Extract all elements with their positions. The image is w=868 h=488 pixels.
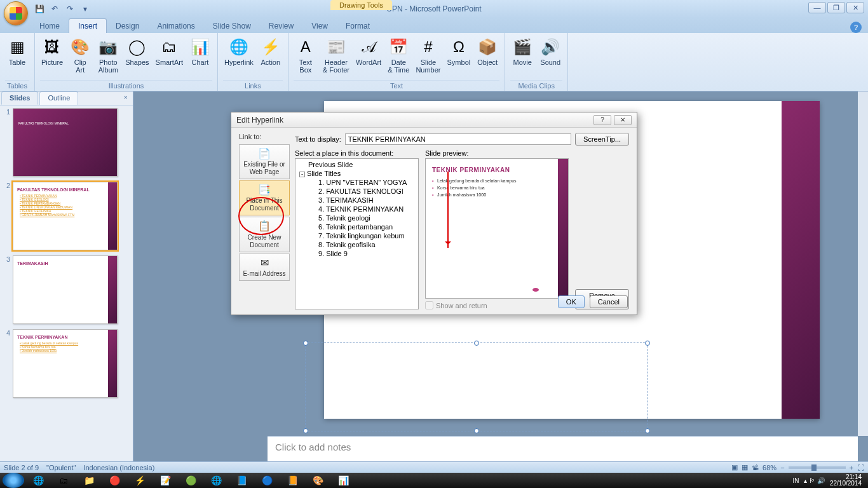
taskbar-app[interactable]: 📙 bbox=[280, 473, 305, 487]
show-return-input[interactable] bbox=[425, 301, 433, 309]
ok-button[interactable]: OK bbox=[558, 295, 585, 308]
tree-item[interactable]: Previous Slide bbox=[297, 160, 417, 169]
fit-window-icon[interactable]: ⛶ bbox=[857, 464, 864, 471]
qat-button[interactable]: ↶ bbox=[48, 3, 61, 15]
zoom-out-icon[interactable]: − bbox=[780, 464, 784, 471]
tree-item[interactable]: 7. Teknik lingkungan kebum bbox=[297, 231, 417, 240]
panel-tab-slides[interactable]: Slides bbox=[1, 92, 38, 105]
panel-close-icon[interactable]: × bbox=[119, 92, 133, 105]
dialog-titlebar[interactable]: Edit Hyperlink ? ✕ bbox=[231, 112, 637, 128]
taskbar-app[interactable]: 🔵 bbox=[254, 473, 280, 487]
tray-icons[interactable]: ▴ 🏳 🔊 bbox=[804, 477, 825, 484]
table-button[interactable]: ▦Table bbox=[5, 36, 29, 67]
tree-item[interactable]: 5. Teknik geologi bbox=[297, 214, 417, 222]
photo-button[interactable]: 📷Photo Album bbox=[96, 36, 120, 75]
taskbar-app[interactable]: 📘 bbox=[229, 473, 254, 487]
minimize-button[interactable]: — bbox=[808, 2, 826, 13]
taskbar-app[interactable]: 🌐 bbox=[25, 473, 51, 487]
tab-animations[interactable]: Animations bbox=[148, 19, 203, 33]
linkto-place-in-this-document[interactable]: 📑Place in This Document bbox=[239, 180, 290, 215]
qat-button[interactable]: ▾ bbox=[79, 3, 92, 15]
tab-design[interactable]: Design bbox=[107, 19, 148, 33]
tree-item[interactable]: 4. TEKNIK PERMINYAKAN bbox=[297, 205, 417, 214]
slide-thumbnail[interactable]: TERIMAKASIH bbox=[13, 255, 118, 324]
taskbar-app[interactable]: ⚡ bbox=[127, 473, 153, 487]
tab-slide-show[interactable]: Slide Show bbox=[204, 19, 260, 33]
zoom-in-icon[interactable]: + bbox=[850, 464, 853, 471]
notes-pane[interactable]: Click to add notes bbox=[268, 436, 858, 461]
resize-handle[interactable] bbox=[645, 428, 650, 433]
resize-handle[interactable] bbox=[303, 341, 308, 346]
header-button[interactable]: 📰Header & Footer bbox=[322, 36, 351, 75]
resize-handle[interactable] bbox=[303, 428, 308, 433]
tab-review[interactable]: Review bbox=[260, 19, 302, 33]
tray-language[interactable]: IN bbox=[792, 477, 799, 484]
slide-button[interactable]: #Slide Number bbox=[414, 36, 442, 75]
tree-item[interactable]: -Slide Titles bbox=[297, 169, 417, 178]
smartart-button[interactable]: 🗂SmartArt bbox=[154, 36, 184, 67]
text-button[interactable]: AText Box bbox=[294, 36, 318, 75]
cancel-button[interactable]: Cancel bbox=[590, 295, 628, 308]
qat-button[interactable]: 💾 bbox=[33, 3, 46, 15]
slide-thumbnail[interactable]: FAKULTAS TEKNOLOGI MINERAL• TEKNIK PERMI… bbox=[13, 182, 118, 250]
view-slideshow-icon[interactable]: 📽 bbox=[752, 464, 759, 471]
clip-button[interactable]: 🎨Clip Art bbox=[68, 36, 92, 75]
dialog-close-button[interactable]: ✕ bbox=[614, 115, 632, 125]
taskbar-app[interactable]: 🔴 bbox=[102, 473, 127, 487]
resize-handle[interactable] bbox=[474, 428, 479, 433]
tab-view[interactable]: View bbox=[302, 19, 337, 33]
action-button[interactable]: ⚡Action bbox=[259, 36, 283, 67]
panel-tab-outline[interactable]: Outline bbox=[39, 92, 78, 105]
tree-item[interactable]: 6. Teknik pertambangan bbox=[297, 222, 417, 231]
date-button[interactable]: 📅Date & Time bbox=[386, 36, 410, 75]
taskbar-app[interactable]: 🗂 bbox=[51, 473, 76, 487]
start-button[interactable] bbox=[3, 473, 24, 488]
symbol-button[interactable]: ΩSymbol bbox=[446, 36, 472, 67]
view-normal-icon[interactable]: ▣ bbox=[731, 463, 738, 471]
status-language[interactable]: Indonesian (Indonesia) bbox=[83, 464, 154, 471]
zoom-slider[interactable] bbox=[789, 466, 846, 469]
linkto-existing-file-or-web-page[interactable]: 📄Existing File or Web Page bbox=[239, 144, 290, 179]
tab-insert[interactable]: Insert bbox=[69, 18, 107, 33]
selection-box[interactable] bbox=[305, 342, 648, 431]
linkto-e-mail-address[interactable]: ✉E-mail Address bbox=[239, 254, 290, 281]
shapes-button[interactable]: ◯Shapes bbox=[124, 36, 150, 67]
taskbar-app[interactable]: 📝 bbox=[153, 473, 178, 487]
movie-button[interactable]: 🎬Movie bbox=[510, 36, 534, 67]
taskbar-app[interactable]: 🎨 bbox=[305, 473, 330, 487]
vertical-scrollbar[interactable] bbox=[858, 92, 868, 436]
dialog-help-button[interactable]: ? bbox=[593, 115, 611, 125]
linkto-create-new-document[interactable]: 📋Create New Document bbox=[239, 217, 290, 252]
taskbar-app[interactable]: 📁 bbox=[76, 473, 102, 487]
tree-item[interactable]: 3. TERIMAKASIH bbox=[297, 196, 417, 205]
office-button[interactable] bbox=[4, 1, 28, 25]
show-return-checkbox[interactable]: Show and return bbox=[425, 301, 569, 309]
tab-home[interactable]: Home bbox=[31, 19, 69, 33]
tray-date[interactable]: 22/10/2014 bbox=[830, 480, 862, 487]
resize-handle[interactable] bbox=[474, 341, 479, 346]
view-sorter-icon[interactable]: ▦ bbox=[742, 463, 748, 471]
slide-thumbnail[interactable]: TEKNIK PERMINYAKAN• Letak gedung berada … bbox=[13, 329, 118, 398]
tree-item[interactable]: 9. Slide 9 bbox=[297, 249, 417, 258]
tree-item[interactable]: 1. UPN "VETERAN" YOGYA bbox=[297, 178, 417, 187]
wordart-button[interactable]: 𝒜WordArt bbox=[355, 36, 383, 67]
zoom-percent[interactable]: 68% bbox=[763, 464, 776, 471]
slide-thumbnail[interactable]: FAKULTAS TEKNOLOGI MINERAL bbox=[13, 108, 118, 177]
taskbar-app[interactable]: 🌐 bbox=[203, 473, 229, 487]
maximize-button[interactable]: ❐ bbox=[827, 2, 845, 13]
document-tree[interactable]: Previous Slide-Slide Titles1. UPN "VETER… bbox=[295, 158, 419, 309]
sound-button[interactable]: 🔊Sound bbox=[538, 36, 562, 67]
picture-button[interactable]: 🖼Picture bbox=[40, 36, 64, 67]
hyperlink-button[interactable]: 🌐Hyperlink bbox=[223, 36, 255, 67]
resize-handle[interactable] bbox=[645, 341, 650, 346]
chart-button[interactable]: 📊Chart bbox=[188, 36, 212, 67]
text-display-input[interactable] bbox=[345, 133, 571, 145]
taskbar-app[interactable]: 📊 bbox=[330, 473, 356, 487]
taskbar-app[interactable]: 🟢 bbox=[178, 473, 203, 487]
qat-button[interactable]: ↷ bbox=[64, 3, 76, 15]
help-icon[interactable]: ? bbox=[850, 22, 862, 33]
tree-item[interactable]: 8. Teknik geofisika bbox=[297, 240, 417, 249]
close-button[interactable]: ✕ bbox=[846, 2, 864, 13]
tree-item[interactable]: 2. FAKULTAS TEKNOLOGI bbox=[297, 187, 417, 196]
tab-format[interactable]: Format bbox=[337, 19, 379, 33]
